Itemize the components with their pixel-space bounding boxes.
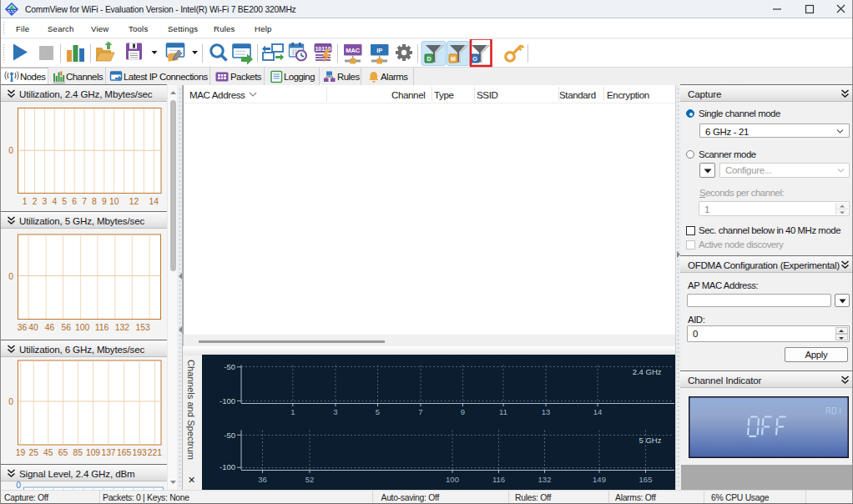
svg-text:137: 137	[101, 448, 115, 457]
svg-text:0: 0	[8, 397, 13, 406]
svg-text:8: 8	[92, 197, 97, 206]
svg-text:193: 193	[133, 448, 147, 457]
svg-text:0: 0	[8, 272, 13, 281]
svg-text:165: 165	[639, 475, 653, 484]
svg-text:100: 100	[75, 323, 89, 332]
svg-text:0: 0	[8, 146, 13, 155]
svg-text:MAC: MAC	[346, 47, 361, 54]
svg-text:14: 14	[149, 197, 159, 206]
svg-text:M: M	[451, 56, 456, 62]
svg-text:-50: -50	[224, 362, 235, 371]
svg-text:-50: -50	[224, 431, 235, 440]
svg-text:153: 153	[136, 323, 150, 332]
svg-text:9: 9	[461, 407, 465, 416]
svg-text:132: 132	[538, 475, 552, 484]
svg-text:56: 56	[62, 323, 72, 332]
svg-text:2.4 GHz: 2.4 GHz	[633, 367, 662, 376]
svg-text:132: 132	[115, 323, 129, 332]
svg-text:0: 0	[16, 481, 21, 490]
svg-text:11: 11	[499, 407, 507, 416]
svg-text:13: 13	[542, 407, 551, 416]
svg-text:9: 9	[102, 197, 107, 206]
svg-text:1: 1	[23, 197, 28, 206]
svg-text:25: 25	[29, 448, 39, 457]
svg-text:5: 5	[376, 407, 380, 416]
svg-text:4: 4	[52, 197, 57, 206]
svg-text:7: 7	[82, 197, 87, 206]
svg-text:36: 36	[258, 475, 267, 484]
svg-text:221: 221	[148, 448, 162, 457]
svg-text:116: 116	[95, 323, 109, 332]
svg-text:5 GHz: 5 GHz	[639, 436, 662, 445]
svg-text:36: 36	[18, 323, 28, 332]
svg-text:149: 149	[593, 475, 606, 484]
svg-text:3: 3	[43, 197, 48, 206]
svg-text:52: 52	[305, 475, 315, 484]
svg-text:IP: IP	[376, 47, 382, 54]
svg-text:65: 65	[58, 448, 68, 457]
svg-text:14: 14	[593, 407, 603, 416]
svg-text:6: 6	[72, 197, 77, 206]
svg-text:46: 46	[45, 323, 55, 332]
svg-text:116: 116	[492, 475, 505, 484]
svg-text:5: 5	[62, 197, 67, 206]
svg-text:3: 3	[333, 407, 337, 416]
svg-text:-100: -100	[220, 462, 235, 471]
svg-text:2: 2	[33, 197, 38, 206]
svg-text:19: 19	[16, 448, 26, 457]
svg-text:109: 109	[86, 448, 100, 457]
svg-text:O: O	[472, 56, 477, 62]
svg-text:7: 7	[418, 407, 422, 416]
svg-text:12: 12	[129, 197, 139, 206]
svg-text:10: 10	[109, 197, 119, 206]
svg-text:40: 40	[28, 323, 38, 332]
svg-text:45: 45	[43, 448, 53, 457]
svg-text:1: 1	[290, 407, 295, 416]
svg-text:100: 100	[446, 475, 459, 484]
svg-text:85: 85	[73, 448, 83, 457]
svg-text:D: D	[426, 56, 431, 62]
svg-text:-100: -100	[220, 396, 235, 406]
svg-text:165: 165	[117, 448, 131, 457]
